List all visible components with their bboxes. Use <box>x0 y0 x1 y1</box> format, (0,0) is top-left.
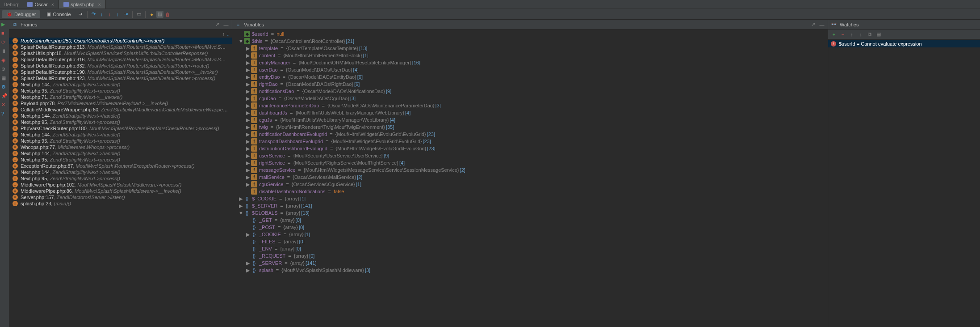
tree-toggle-icon[interactable]: ▶ <box>246 124 250 130</box>
frame-row[interactable]: ≡PhpVarsCheckRouter.php:180, Mouf\Mvc\Sp… <box>9 125 232 132</box>
variable-row[interactable]: ▶fnotificationsDao={Oscar\Model\DAOs\Not… <box>232 88 828 95</box>
tree-toggle-icon[interactable]: ▶ <box>246 81 250 87</box>
variable-row[interactable]: ▶fcguService={Oscar\Services\CguService}… <box>232 181 828 188</box>
frame-row[interactable]: ≡Next.php:144, Zend\Stratigility\Next->h… <box>9 150 232 157</box>
tree-toggle-icon[interactable]: ▶ <box>246 260 250 266</box>
variable-row[interactable]: ▶{}_COOKIE={array} [1] <box>232 231 828 238</box>
variable-row[interactable]: ▶fmailService={Oscar\Services\MailServic… <box>232 174 828 181</box>
run-to-cursor-icon[interactable]: ⇥ <box>122 11 130 18</box>
variable-row[interactable]: ▼◆$this={Oscar\Controllers\RootControlle… <box>232 38 828 45</box>
close-tab-icon[interactable]: × <box>98 2 101 7</box>
variable-row[interactable]: ▶fcguJs={Mouf\Html\Utils\WebLibraryManag… <box>232 116 828 123</box>
tree-toggle-icon[interactable]: ▶ <box>246 53 250 59</box>
add-watch-icon[interactable]: + <box>831 31 837 38</box>
layout-icon[interactable]: ▦ <box>1 75 8 81</box>
debugger-tab[interactable]: 🐞 Debugger <box>2 10 40 18</box>
variable-row[interactable]: ▶fcontent={Mouf\Html\HtmlElement\HtmlBlo… <box>232 52 828 59</box>
frame-row[interactable]: ≡Next.php:95, Zend\Stratigility\Next->pr… <box>9 138 232 144</box>
variable-row[interactable]: ▶fnotificationDashboardEvolugrid={Mouf\H… <box>232 131 828 138</box>
trash-icon[interactable]: 🗑 <box>164 11 172 18</box>
thread-selector-icon[interactable]: ↗ <box>214 21 220 28</box>
frame-row[interactable]: ≡Next.php:144, Zend\Stratigility\Next->h… <box>9 81 232 88</box>
evaluate-expression-icon[interactable]: ▭ <box>135 11 142 18</box>
variable-row[interactable]: fdisableDashboardNotifications=false <box>232 188 828 195</box>
variable-row[interactable]: {}_REQUEST={array} [0] <box>232 252 828 259</box>
file-tab[interactable]: Oscar× <box>23 0 59 8</box>
variable-row[interactable]: ▶fmessageService={Mouf\Html\Widgets\Mess… <box>232 166 828 174</box>
expand-icon[interactable]: ↗ <box>810 21 816 28</box>
tree-toggle-icon[interactable]: ▼ <box>239 210 243 216</box>
minimize-icon[interactable]: — <box>223 21 229 28</box>
tree-toggle-icon[interactable]: ▶ <box>246 268 250 273</box>
stop-icon[interactable]: ■ <box>1 30 8 37</box>
tree-toggle-icon[interactable]: ▶ <box>246 146 250 152</box>
close-gutter-icon[interactable]: ✕ <box>1 102 8 108</box>
tree-toggle-icon[interactable]: ▶ <box>246 153 250 159</box>
tree-toggle-icon[interactable]: ▶ <box>246 139 250 144</box>
variable-row[interactable]: ▶{}$_COOKIE={array} [1] <box>232 195 828 202</box>
close-tab-icon[interactable]: × <box>51 2 54 7</box>
tree-toggle-icon[interactable]: ▶ <box>246 60 250 66</box>
frame-row[interactable]: ≡SplashDefaultRouter.php:313, Mouf\Mvc\S… <box>9 44 232 50</box>
variable-row[interactable]: ▶fentityDao={Oscar\Model\DAOs\EntityDao}… <box>232 73 828 81</box>
watch-up-icon[interactable]: ↑ <box>849 31 855 38</box>
frame-up-icon[interactable]: ↑ <box>222 31 225 37</box>
duplicate-watch-icon[interactable]: ⧉ <box>867 31 873 38</box>
variable-row[interactable]: ▶fuserDao={Oscar\Model\DAOs\UserDao} [4] <box>232 66 828 73</box>
frame-row[interactable]: ≡SplashDefaultRouter.php:332, Mouf\Mvc\S… <box>9 63 232 69</box>
frame-row[interactable]: ≡CallableMiddlewareWrapper.php:60, Zend\… <box>9 106 232 113</box>
variable-row[interactable]: ▶fuserService={Mouf\Security\UserService… <box>232 152 828 159</box>
frame-row[interactable]: ≡Payload.php:78, Psr7Middlewares\Middlew… <box>9 100 232 106</box>
frame-row[interactable]: ≡SplashUtils.php:18, Mouf\Mvc\Splash\Ser… <box>9 50 232 56</box>
variable-row[interactable]: ◆$userId=null <box>232 30 828 38</box>
frame-row[interactable]: ≡Next.php:144, Zend\Stratigility\Next->h… <box>9 132 232 138</box>
view-breakpoints-icon[interactable]: ◉ <box>1 57 8 64</box>
tree-toggle-icon[interactable]: ▶ <box>239 203 243 209</box>
frame-row[interactable]: ≡Next.php:144, Zend\Stratigility\Next->h… <box>9 113 232 119</box>
remove-watch-icon[interactable]: − <box>840 31 846 38</box>
variable-row[interactable]: ▶fmaintenanceParameterDao={Oscar\Model\D… <box>232 102 828 109</box>
tree-toggle-icon[interactable]: ▶ <box>246 46 250 51</box>
tree-toggle-icon[interactable]: ▶ <box>246 89 250 94</box>
tree-toggle-icon[interactable]: ▶ <box>246 160 250 166</box>
watch-row[interactable]: !$userId = Cannot evaluate expression <box>828 40 980 47</box>
frame-row[interactable]: ≡SplashDefaultRouter.php:423, Mouf\Mvc\S… <box>9 75 232 81</box>
variable-row[interactable]: {}_ENV={array} [0] <box>232 245 828 252</box>
step-out-icon[interactable]: ↑ <box>114 11 121 18</box>
variable-row[interactable]: ▶ftransportDashboardEvolugrid={Mouf\Html… <box>232 138 828 145</box>
variable-row[interactable]: ▶ftwig={Mouf\Html\Renderer\Twig\MoufTwig… <box>232 123 828 131</box>
variable-row[interactable]: ▶fcguDao={Oscar\Model\DAOs\CguDao} [3] <box>232 95 828 102</box>
frame-row[interactable]: ≡SplashDefaultRouter.php:316, Mouf\Mvc\S… <box>9 56 232 63</box>
frame-row[interactable]: ≡MiddlewarePipe.php:102, Mouf\Mvc\Splash… <box>9 182 232 188</box>
minimize-icon[interactable]: — <box>819 21 825 28</box>
step-into-icon[interactable]: ↓ <box>98 11 105 18</box>
rerun-icon[interactable]: ⟳ <box>1 39 8 46</box>
frame-row[interactable]: ≡MiddlewarePipe.php:86, Mouf\Mvc\Splash\… <box>9 188 232 194</box>
settings-icon[interactable]: ⚙ <box>1 84 8 90</box>
tree-toggle-icon[interactable]: ▶ <box>246 67 250 73</box>
tree-toggle-icon[interactable]: ▶ <box>246 174 250 180</box>
tree-toggle-icon[interactable]: ▶ <box>246 117 250 123</box>
variable-row[interactable]: ▼{}$GLOBALS={array} [13] <box>232 209 828 217</box>
output-toggle-icon[interactable]: ➔ <box>77 11 84 18</box>
tree-toggle-icon[interactable]: ▶ <box>239 196 243 202</box>
tree-toggle-icon[interactable]: ▶ <box>246 167 250 173</box>
variable-row[interactable]: ▶{}$_SERVER={array} [141] <box>232 202 828 209</box>
frame-row[interactable]: ≡splash.php:23, {main}() <box>9 200 232 207</box>
frame-row[interactable]: ≡Whoops.php:77, Middlewares\Whoops->proc… <box>9 144 232 150</box>
pause-icon[interactable]: ⏸ <box>1 48 8 55</box>
mute-icon[interactable]: ▨ <box>156 11 163 18</box>
variable-row[interactable]: ▶{}_SERVER={array} [141] <box>232 259 828 267</box>
frame-down-icon[interactable]: ↓ <box>227 31 230 37</box>
console-tab[interactable]: ▣ Console <box>42 10 75 18</box>
variable-row[interactable]: ▶frightDao={Oscar\Model\DAOs\RightDao} [… <box>232 81 828 88</box>
show-watches-icon[interactable]: ▤ <box>875 31 882 38</box>
frame-row[interactable]: ≡Server.php:157, Zend\Diactoros\Server->… <box>9 194 232 200</box>
frame-row[interactable]: ≡Next.php:95, Zend\Stratigility\Next->pr… <box>9 88 232 94</box>
step-over-icon[interactable]: ↷ <box>90 11 97 18</box>
frame-row[interactable]: ≡Next.php:95, Zend\Stratigility\Next->pr… <box>9 119 232 125</box>
frame-row[interactable]: ≡Next.php:71, Zend\Stratigility\Next->__… <box>9 94 232 100</box>
variable-row[interactable]: ▶{}splash={Mouf\Mvc\Splash\SplashMiddlew… <box>232 267 828 274</box>
frame-row[interactable]: ≡Next.php:95, Zend\Stratigility\Next->pr… <box>9 175 232 182</box>
variable-row[interactable]: {}_GET={array} [0] <box>232 217 828 224</box>
